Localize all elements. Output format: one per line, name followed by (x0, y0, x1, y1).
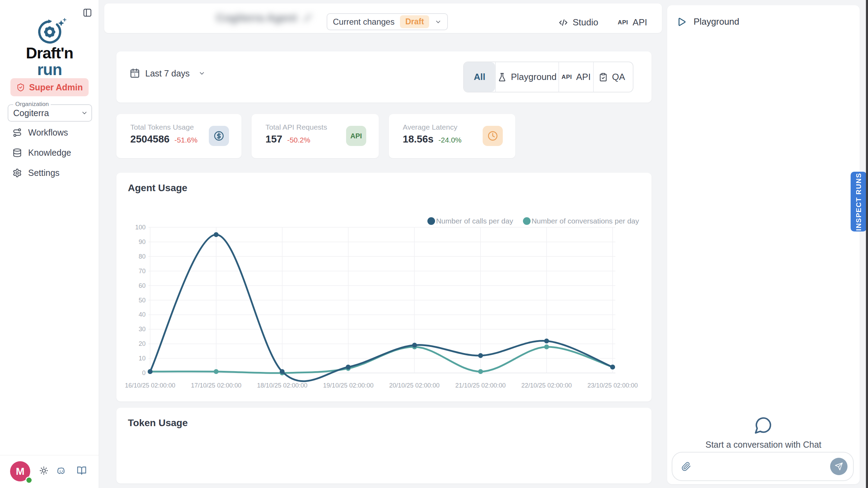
filter-tab-all-active[interactable]: All (464, 62, 495, 92)
clock-icon (483, 126, 503, 146)
sidebar-item-knowledge[interactable]: Knowledge (8, 145, 95, 161)
api-icon: API (618, 19, 628, 26)
docs-button[interactable] (77, 466, 87, 475)
version-selector[interactable]: Current changes Draft (327, 13, 448, 30)
svg-text:20/10/25 02:00:00: 20/10/25 02:00:00 (389, 382, 440, 389)
agent-usage-chart: 010203040506070809010016/10/25 02:00:001… (116, 173, 652, 401)
chevron-down-icon (81, 109, 88, 116)
token-usage-card: Token Usage (116, 408, 652, 483)
agent-usage-card: Agent Usage Number of calls per day Numb… (116, 173, 652, 401)
organization-value: Cogiterra (13, 108, 49, 118)
chevron-down-icon (198, 70, 205, 77)
svg-text:10: 10 (139, 355, 146, 362)
book-open-icon (77, 466, 87, 475)
filter-tab-label: QA (612, 72, 625, 82)
filter-tab-api[interactable]: API API (558, 62, 593, 92)
chat-empty-state: Start a conversation with Chat (667, 416, 860, 450)
filter-tab-qa[interactable]: QA (593, 62, 630, 92)
sidebar-menu: Workflows Knowledge Settings (8, 124, 95, 185)
online-status-dot (25, 477, 33, 484)
organization-label: Organization (13, 101, 51, 108)
svg-text:30: 30 (139, 326, 146, 333)
svg-text:0: 0 (142, 369, 146, 376)
discord-icon (56, 466, 67, 476)
stat-delta: -24.0% (439, 136, 462, 144)
chat-bubble-icon (754, 416, 773, 434)
svg-text:16/10/25 02:00:00: 16/10/25 02:00:00 (125, 382, 175, 389)
svg-text:17/10/25 02:00:00: 17/10/25 02:00:00 (191, 382, 241, 389)
send-icon (835, 462, 843, 471)
tab-api[interactable]: API API (618, 17, 647, 28)
logo-text-line1: Draft'n (0, 45, 99, 61)
stat-card-tokens: Total Tokens Usage 2504586 -51.6% (116, 114, 241, 158)
svg-text:22/10/25 02:00:00: 22/10/25 02:00:00 (521, 382, 572, 389)
playground-title: Playground (694, 16, 739, 27)
api-badge-icon: API (346, 126, 366, 146)
stat-label: Average Latency (403, 123, 457, 131)
theme-toggle-button[interactable] (39, 466, 49, 475)
date-range-value: Last 7 days (145, 68, 190, 79)
svg-text:20: 20 (139, 340, 146, 347)
playground-header: Playground (676, 16, 739, 27)
dollar-circle-icon (209, 126, 229, 146)
sidebar-item-label: Settings (28, 168, 59, 178)
svg-text:21/10/25 02:00:00: 21/10/25 02:00:00 (455, 382, 506, 389)
sidebar-item-settings[interactable]: Settings (8, 165, 95, 181)
stat-delta: -51.6% (174, 136, 198, 144)
svg-text:90: 90 (139, 238, 146, 245)
inspect-runs-tab[interactable]: INSPECT RUNS (851, 172, 867, 231)
play-icon (676, 17, 687, 27)
discord-link-button[interactable] (56, 466, 67, 476)
tab-studio[interactable]: Studio (558, 17, 598, 28)
avatar-initial: M (16, 465, 25, 477)
filter-tab-playground[interactable]: Playground (495, 62, 558, 92)
svg-text:23/10/25 02:00:00: 23/10/25 02:00:00 (587, 382, 638, 389)
app-logo: Draft'n run (0, 18, 99, 78)
pencil-icon (303, 14, 312, 22)
sidebar: Draft'n run Super Admin Organization Cog… (0, 0, 99, 488)
tab-label: API (633, 17, 647, 28)
chat-input[interactable] (672, 452, 854, 481)
gear-icon (13, 168, 22, 178)
date-range-selector[interactable]: 1 Last 7 days (130, 68, 205, 79)
stat-value: 2504586 (130, 133, 170, 145)
top-header: Cogiterra Agent Current changes Draft St… (104, 3, 662, 33)
stat-card-latency: Average Latency 18.56s -24.0% (389, 114, 515, 158)
tab-label: Studio (573, 17, 598, 28)
avatar[interactable]: M (10, 461, 30, 481)
svg-text:70: 70 (139, 268, 146, 275)
sidebar-collapse-button[interactable] (83, 8, 92, 17)
section-title: Token Usage (128, 417, 188, 429)
sun-icon (39, 466, 49, 475)
chevron-down-icon (435, 18, 442, 25)
svg-text:1: 1 (134, 73, 136, 77)
stat-value: 157 (265, 133, 282, 145)
organization-select[interactable]: Organization Cogiterra (8, 104, 92, 122)
sidebar-item-workflows[interactable]: Workflows (8, 124, 95, 140)
filter-tab-label: API (576, 72, 591, 82)
svg-text:80: 80 (139, 253, 146, 260)
agent-title: Cogiterra Agent (216, 12, 297, 24)
role-badge-label: Super Admin (29, 82, 83, 92)
role-badge: Super Admin (10, 78, 89, 96)
attach-file-button[interactable] (681, 462, 691, 471)
stat-label: Total API Requests (265, 123, 327, 131)
filter-bar: 1 Last 7 days All Playground API API QA (116, 51, 652, 103)
workflow-route-icon (13, 128, 22, 137)
clipboard-check-icon (599, 73, 608, 82)
api-icon: API (562, 74, 572, 81)
svg-text:40: 40 (139, 311, 146, 318)
paperclip-icon (681, 462, 691, 471)
window-edge-scrollbar[interactable] (866, 0, 868, 488)
sidebar-item-label: Workflows (28, 128, 68, 138)
shield-check-icon (16, 83, 25, 92)
logo-text-line2: run (0, 62, 99, 78)
svg-text:18/10/25 02:00:00: 18/10/25 02:00:00 (257, 382, 308, 389)
send-message-button[interactable] (830, 458, 847, 475)
calendar-icon: 1 (130, 68, 140, 79)
agent-title-blurred: Cogiterra Agent (216, 12, 312, 24)
filter-tab-label: Playground (511, 72, 557, 82)
svg-text:60: 60 (139, 282, 146, 289)
svg-text:19/10/25 02:00:00: 19/10/25 02:00:00 (323, 382, 374, 389)
inspect-runs-label: INSPECT RUNS (855, 173, 863, 231)
